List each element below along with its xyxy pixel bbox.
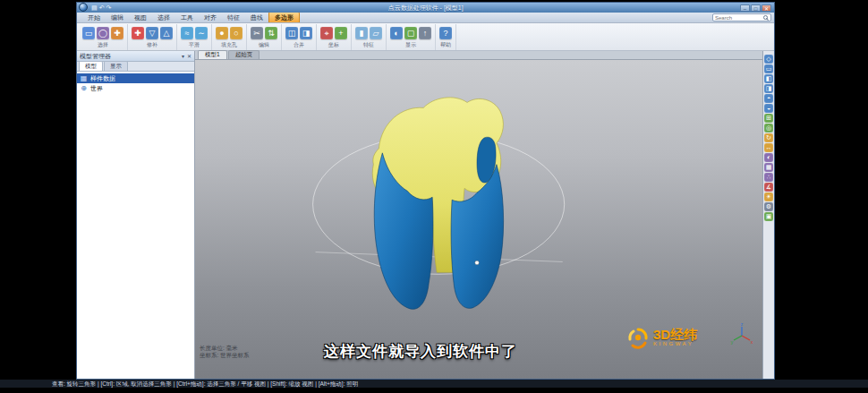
axis-x-line: [742, 336, 750, 340]
relax-mesh-button[interactable]: ≈: [181, 27, 193, 39]
axis-z-label: z: [741, 323, 744, 327]
fit-cylinder-button[interactable]: ▮: [355, 27, 368, 39]
view-bottom-button[interactable]: ◒: [764, 104, 773, 113]
window-controls: –□✕: [740, 4, 771, 12]
show-normals-button[interactable]: ↑: [419, 27, 431, 39]
refine-mesh-button[interactable]: △: [160, 27, 173, 39]
search-icon: [763, 15, 768, 20]
view-top-button[interactable]: ◓: [764, 94, 773, 103]
offset-mesh-button[interactable]: ⇅: [265, 27, 277, 39]
status-text: 查看: 旋转三角形 | [Ctrl]: 区域, 取消选择三角形 | [Ctrl+…: [52, 380, 358, 387]
search-box[interactable]: [712, 13, 771, 21]
point-mode-button[interactable]: ∴: [764, 173, 773, 182]
minimize-button[interactable]: –: [740, 4, 750, 12]
tree-item-icon: ⊕: [80, 84, 88, 93]
reduce-noise-button[interactable]: ∼: [195, 27, 208, 39]
maximize-button[interactable]: □: [751, 4, 761, 12]
panel-close-button[interactable]: ✕: [187, 53, 191, 60]
viewport-tab[interactable]: 模型1: [198, 50, 227, 59]
fill-single-hole-button[interactable]: ○: [230, 27, 243, 39]
close-button[interactable]: ✕: [762, 4, 771, 12]
ribbon-tab[interactable]: 编辑: [106, 13, 129, 22]
pan-view-button[interactable]: ↔: [764, 143, 773, 152]
help-button[interactable]: ?: [439, 27, 452, 39]
rotate-view-button[interactable]: ↻: [764, 133, 773, 142]
align-tool-button[interactable]: ⌖: [320, 27, 333, 39]
ribbon-group-label: 帮助: [439, 40, 452, 50]
fit-plane-button[interactable]: ▱: [370, 27, 382, 39]
measure-tool-button[interactable]: ∡: [764, 183, 773, 192]
watermark-subtitle: KINGWAY: [653, 341, 697, 347]
ribbon-group: ◫◨合并: [282, 24, 317, 50]
ribbon-tab[interactable]: 对齐: [199, 13, 222, 22]
ribbon-group-label: 坐标: [320, 40, 347, 50]
view-left-button[interactable]: ◧: [764, 74, 773, 83]
tree-item-label: 样件数据: [90, 74, 115, 83]
subtitle-caption: 这样文件就导入到软件中了: [0, 341, 841, 362]
search-input[interactable]: [715, 15, 763, 21]
ribbon-group: ◐▢↑显示: [387, 24, 436, 50]
ribbon-tab[interactable]: 多边形: [268, 12, 300, 22]
axis-y-line: [734, 336, 742, 340]
panel-tab[interactable]: 显示: [104, 61, 128, 71]
ribbon-group-label: 平滑: [181, 40, 208, 50]
ribbon-tab[interactable]: 视图: [129, 13, 152, 22]
view-front-button[interactable]: ▭: [764, 64, 773, 73]
zoom-fit-button[interactable]: ⊞: [764, 114, 773, 123]
panel-pin-button[interactable]: ▾: [182, 53, 184, 60]
watermark-brand: 3D经纬: [653, 328, 697, 341]
viewport-tabs: 模型1起始页: [195, 51, 762, 60]
trim-mesh-button[interactable]: ✂: [251, 27, 263, 39]
move-tool-button[interactable]: +: [335, 27, 347, 39]
model-tree: ▦样件数据⊕世界: [77, 72, 194, 379]
view-toolbar: ◇▭◧◨◓◒⊞◎↻↔◐▦∴∡☀⚙▣: [762, 51, 774, 379]
view-right-button[interactable]: ◨: [764, 84, 773, 93]
view-isometric-button[interactable]: ◇: [764, 55, 773, 64]
lighting-button[interactable]: ☀: [764, 192, 773, 201]
ribbon-groups: ▭◯✚选择✚▽△修补≈∼平滑●○填充孔✂⇅编辑◫◨合并⌖+坐标▮▱特征◐▢↑显示…: [79, 24, 456, 50]
app-menu-button[interactable]: [79, 3, 88, 12]
ribbon-tab[interactable]: 工具: [175, 13, 199, 22]
ribbon-group-label: 填充孔: [216, 40, 243, 50]
ribbon-tab[interactable]: 选择: [152, 13, 175, 22]
ribbon-tab-bar: 开始编辑视图选择工具对齐特征曲线多边形: [77, 13, 774, 23]
tree-item[interactable]: ⊕世界: [77, 83, 194, 93]
ribbon-tab[interactable]: 开始: [82, 13, 106, 22]
ribbon-group: ?帮助: [436, 24, 456, 50]
select-lasso-button[interactable]: ◯: [97, 27, 109, 39]
simplify-mesh-button[interactable]: ▽: [146, 27, 158, 39]
ribbon-group: ✚▽△修补: [128, 24, 177, 50]
ribbon-group-label: 修补: [132, 40, 173, 50]
zoom-window-button[interactable]: ◎: [764, 124, 773, 132]
select-rectangle-button[interactable]: ▭: [82, 27, 95, 39]
ribbon-group-label: 合并: [285, 40, 312, 50]
show-boundary-button[interactable]: ▢: [404, 27, 417, 39]
ribbon-group-label: 选择: [82, 40, 123, 50]
window-title: 点云数据处理软件 - [模型1]: [111, 4, 740, 13]
panel-tab[interactable]: 模型: [79, 61, 103, 71]
model-manager-panel: 模型管理器 ▾✕ 模型显示 ▦样件数据⊕世界: [77, 51, 195, 379]
wireframe-mode-button[interactable]: ▦: [764, 163, 773, 172]
ribbon-tab[interactable]: 特征: [222, 13, 245, 22]
ribbon-group: ⌖+坐标: [317, 24, 352, 50]
save-button[interactable]: ▤: [91, 4, 98, 12]
ribbon-tab[interactable]: 曲线: [245, 13, 268, 22]
combine-meshes-button[interactable]: ◨: [300, 27, 312, 39]
mesh-doctor-button[interactable]: ✚: [132, 27, 144, 39]
shaded-mode-button[interactable]: ◐: [764, 153, 773, 162]
screenshot-button[interactable]: ▣: [764, 212, 773, 221]
tree-item-icon: ▦: [80, 74, 88, 83]
viewport-tab[interactable]: 起始页: [228, 50, 260, 59]
ribbon-group-label: 编辑: [251, 40, 277, 50]
display-settings-button[interactable]: ⚙: [764, 202, 773, 211]
shaded-view-button[interactable]: ◐: [390, 27, 403, 39]
select-brush-button[interactable]: ✚: [111, 27, 123, 39]
undo-button[interactable]: ↶: [99, 4, 105, 12]
ribbon-group: ≈∼平滑: [177, 24, 212, 50]
merge-meshes-button[interactable]: ◫: [285, 27, 298, 39]
ribbon-tabs: 开始编辑视图选择工具对齐特征曲线多边形: [82, 13, 300, 22]
tree-item[interactable]: ▦样件数据: [77, 73, 194, 83]
quick-access-toolbar: ▤↶↷: [91, 4, 111, 12]
ribbon-toolbar: ▭◯✚选择✚▽△修补≈∼平滑●○填充孔✂⇅编辑◫◨合并⌖+坐标▮▱特征◐▢↑显示…: [77, 23, 774, 51]
fill-all-holes-button[interactable]: ●: [216, 27, 228, 39]
